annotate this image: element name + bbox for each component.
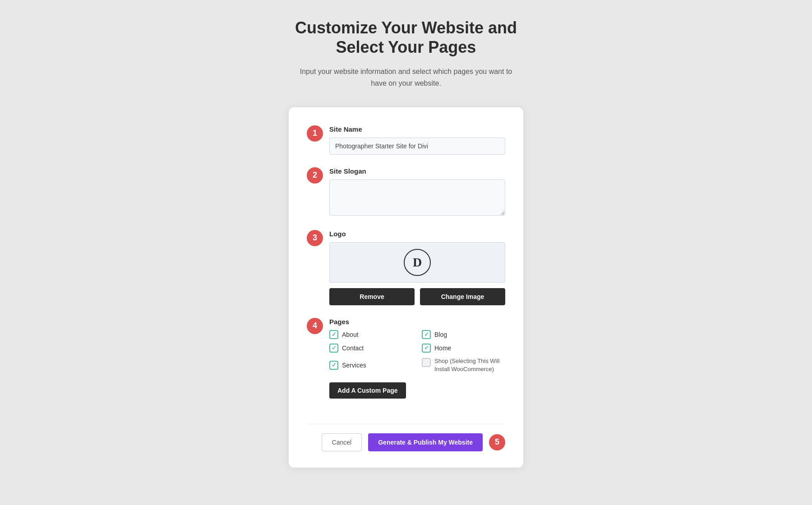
page-wrapper: Customize Your Website and Select Your P… bbox=[9, 18, 803, 468]
page-item-about: About bbox=[329, 330, 413, 339]
page-label-shop: Shop (Selecting This Will Install WooCom… bbox=[434, 357, 505, 373]
remove-button[interactable]: Remove bbox=[329, 288, 415, 305]
footer-row: Cancel Generate & Publish My Website 5 bbox=[307, 424, 505, 451]
pages-label: Pages bbox=[329, 318, 505, 326]
page-item-services: Services bbox=[329, 357, 413, 373]
page-item-blog: Blog bbox=[422, 330, 505, 339]
step1-section: 1 Site Name bbox=[307, 125, 505, 155]
site-slogan-textarea[interactable] bbox=[329, 179, 505, 216]
step1-badge: 1 bbox=[307, 125, 323, 142]
step3-badge: 3 bbox=[307, 230, 323, 246]
change-image-button[interactable]: Change Image bbox=[420, 288, 505, 305]
checkbox-home[interactable] bbox=[422, 344, 431, 353]
page-item-contact: Contact bbox=[329, 344, 413, 353]
publish-button[interactable]: Generate & Publish My Website bbox=[368, 433, 483, 451]
logo-label: Logo bbox=[329, 230, 505, 238]
page-label-contact: Contact bbox=[342, 344, 364, 352]
step4-badge: 4 bbox=[307, 318, 323, 334]
pages-grid: About Blog Contact Home bbox=[329, 330, 505, 373]
page-item-shop: Shop (Selecting This Will Install WooCom… bbox=[422, 357, 505, 373]
step4-section: 4 Pages About Blog bbox=[307, 318, 505, 411]
logo-buttons: Remove Change Image bbox=[329, 288, 505, 305]
cancel-button[interactable]: Cancel bbox=[322, 433, 362, 451]
page-label-services: Services bbox=[342, 362, 366, 369]
page-label-home: Home bbox=[434, 344, 451, 352]
site-name-label: Site Name bbox=[329, 125, 505, 133]
step2-section: 2 Site Slogan bbox=[307, 167, 505, 217]
checkbox-blog[interactable] bbox=[422, 330, 431, 339]
checkbox-contact[interactable] bbox=[329, 344, 338, 353]
checkbox-about[interactable] bbox=[329, 330, 338, 339]
step3-section: 3 Logo D Remove Change Image bbox=[307, 230, 505, 305]
step2-content: Site Slogan bbox=[329, 167, 505, 217]
site-slogan-label: Site Slogan bbox=[329, 167, 505, 175]
page-subtitle: Input your website information and selec… bbox=[298, 66, 514, 89]
page-item-home: Home bbox=[422, 344, 505, 353]
checkbox-services[interactable] bbox=[329, 361, 338, 370]
form-card: 1 Site Name 2 Site Slogan 3 Logo D bbox=[289, 107, 523, 468]
page-title: Customize Your Website and Select Your P… bbox=[295, 18, 517, 57]
step5-badge: 5 bbox=[489, 434, 505, 450]
checkbox-shop[interactable] bbox=[422, 358, 431, 367]
page-label-about: About bbox=[342, 331, 359, 338]
logo-preview: D bbox=[329, 242, 505, 283]
logo-letter: D bbox=[404, 249, 431, 276]
step2-badge: 2 bbox=[307, 167, 323, 184]
add-custom-page-button[interactable]: Add A Custom Page bbox=[329, 382, 406, 399]
step3-content: Logo D Remove Change Image bbox=[329, 230, 505, 305]
page-label-blog: Blog bbox=[434, 331, 447, 338]
site-name-input[interactable] bbox=[329, 138, 505, 155]
step4-content: Pages About Blog Contact bbox=[329, 318, 505, 411]
step1-content: Site Name bbox=[329, 125, 505, 155]
